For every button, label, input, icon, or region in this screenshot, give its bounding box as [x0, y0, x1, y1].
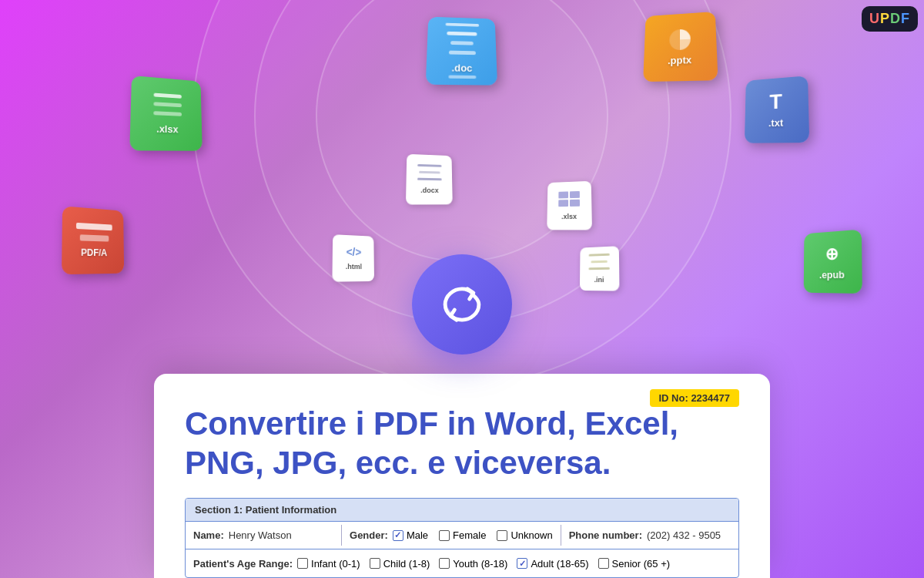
age-youth-label: Youth (8-18): [453, 558, 507, 570]
file-icon-epub: ⊕ .epub: [804, 230, 862, 294]
age-cell: Patient's Age Range: Infant (0-1) Child …: [186, 553, 738, 574]
convert-icon[interactable]: [412, 254, 512, 355]
form-header: Section 1: Patient Information: [186, 499, 738, 522]
gender-label: Gender:: [350, 529, 388, 541]
age-infant: Infant (0-1): [297, 558, 360, 570]
logo-u: U: [869, 11, 880, 26]
gender-female-label: Female: [453, 529, 486, 541]
file-icon-xlsx-large: .xlsx: [129, 76, 203, 151]
patient-form: Section 1: Patient Information Name: Hen…: [185, 498, 739, 578]
name-value: Henry Watson: [229, 529, 292, 541]
file-icon-docx-small: .docx: [406, 154, 453, 205]
age-youth: Youth (8-18): [439, 558, 507, 570]
convert-svg: [435, 277, 489, 331]
gender-female-checkbox[interactable]: [439, 530, 450, 541]
gender-cell: Gender: Male Female Unknown: [342, 525, 561, 546]
logo-f: F: [901, 11, 910, 26]
file-icon-pptx: .pptx: [643, 12, 718, 82]
main-title: Convertire i PDF in Word, Excel, PNG, JP…: [185, 405, 739, 482]
file-icon-html: </> .html: [332, 234, 374, 282]
title-line2: PNG, JPG, ecc. e viceversa.: [185, 445, 611, 481]
age-child-checkbox[interactable]: [370, 558, 380, 569]
gender-male-label: Male: [407, 529, 428, 541]
txt-label: .txt: [768, 117, 783, 129]
age-senior-label: Senior (65 +): [612, 558, 671, 570]
phone-label: Phone number:: [569, 529, 642, 541]
age-senior: Senior (65 +): [598, 558, 671, 570]
age-senior-checkbox[interactable]: [598, 558, 609, 569]
age-child-label: Child (1-8): [383, 558, 430, 570]
updf-logo: UPDF: [862, 6, 918, 32]
gender-group: Male Female Unknown: [393, 529, 553, 541]
age-group: Infant (0-1) Child (1-8) Youth (8-18) Ad…: [297, 558, 670, 570]
gender-unknown-checkbox[interactable]: [497, 530, 507, 541]
file-icon-xlsx-small: .xlsx: [547, 181, 592, 230]
title-line1: Convertire i PDF in Word, Excel,: [185, 405, 678, 442]
age-youth-checkbox[interactable]: [439, 558, 450, 569]
ini-label: .ini: [594, 276, 604, 284]
file-icon-doc: .doc: [426, 17, 497, 86]
logo-d: D: [890, 11, 901, 26]
id-badge: ID No: 2234477: [650, 389, 740, 407]
gender-unknown: Unknown: [497, 529, 552, 541]
age-infant-checkbox[interactable]: [297, 558, 308, 569]
content-card: ID No: 2234477 Convertire i PDF in Word,…: [154, 374, 770, 578]
gender-male: Male: [393, 529, 428, 541]
doc-label: .doc: [451, 62, 472, 74]
gender-unknown-label: Unknown: [511, 529, 552, 541]
form-row-name: Name: Henry Watson Gender: Male Female: [186, 522, 738, 549]
gender-male-checkbox[interactable]: [393, 530, 403, 541]
xlsx-small-label: .xlsx: [561, 212, 577, 220]
age-label: Patient's Age Range:: [193, 558, 293, 570]
age-adult-label: Adult (18-65): [531, 558, 588, 570]
epub-label: .epub: [819, 268, 845, 280]
age-adult: Adult (18-65): [517, 558, 588, 570]
age-child: Child (1-8): [370, 558, 430, 570]
file-icon-pdfa: PDF/A: [62, 206, 124, 274]
docx-small-label: .docx: [420, 187, 439, 194]
html-label: .html: [346, 263, 362, 271]
gender-female: Female: [439, 529, 486, 541]
file-icon-txt: T .txt: [745, 76, 809, 143]
xlsx-large-label: .xlsx: [156, 123, 178, 135]
pptx-label: .pptx: [668, 54, 691, 66]
age-adult-checkbox[interactable]: [517, 558, 527, 569]
name-label: Name:: [193, 529, 224, 541]
phone-value: (202) 432 - 9505: [647, 529, 721, 541]
file-icon-ini: .ini: [580, 246, 620, 291]
age-infant-label: Infant (0-1): [311, 558, 360, 570]
pptx-chart-icon: [665, 27, 695, 52]
pdfa-label: PDF/A: [81, 247, 107, 259]
name-cell: Name: Henry Watson: [186, 525, 342, 546]
phone-cell: Phone number: (202) 432 - 9505: [561, 525, 738, 546]
form-row-age: Patient's Age Range: Infant (0-1) Child …: [186, 549, 738, 577]
logo-p: P: [880, 11, 890, 26]
